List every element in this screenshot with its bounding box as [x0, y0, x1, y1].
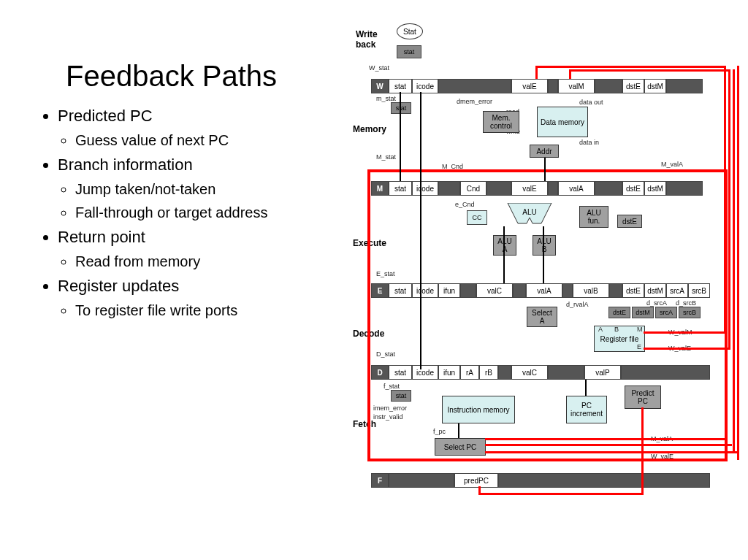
field-rB: rB: [479, 365, 498, 380]
field-spacer: [389, 473, 454, 488]
field-valC: valC: [476, 283, 513, 298]
bullet-subitem: To register file write ports: [75, 299, 332, 321]
svg-text:ALU: ALU: [522, 208, 536, 216]
field-valM: valM: [558, 79, 595, 93]
label-datain: data in: [579, 139, 599, 146]
field-spacer: [548, 181, 558, 196]
box-srca: srcA: [655, 307, 677, 318]
box-alufun: ALU fun.: [579, 206, 608, 228]
bullet-item: Branch informationJump taken/not-takenFa…: [58, 153, 332, 223]
stage-W: W: [371, 79, 389, 93]
field-spacer: [460, 283, 476, 298]
field-dstM: dstM: [644, 79, 666, 93]
box-predpc: Predict PC: [625, 386, 661, 409]
label-wvale: W_valE: [668, 345, 691, 352]
stat-box-m: stat: [391, 102, 411, 114]
label-memory: Memory: [353, 124, 386, 134]
field-spacer: [513, 283, 526, 298]
label-estat: E_stat: [376, 270, 395, 277]
field-dstM: dstM: [644, 181, 666, 196]
field-dstE: dstE: [622, 283, 644, 298]
field-stat: stat: [389, 283, 412, 298]
label-instrvalid: instr_valid: [373, 413, 403, 421]
field-spacer: [621, 365, 710, 380]
label-fstat: f_stat: [383, 383, 400, 390]
field-dstE: dstE: [622, 79, 644, 93]
field-valB: valB: [573, 283, 609, 298]
label-dmem-error: dmem_error: [457, 98, 492, 105]
field-predPC: predPC: [454, 473, 498, 488]
label-ecnd: e_Cnd: [455, 201, 475, 208]
box-dste2: dstE: [608, 307, 630, 318]
label-b: B: [614, 326, 619, 333]
field-srcA: srcA: [666, 283, 688, 298]
field-spacer: [438, 181, 460, 196]
box-addr: Addr: [530, 145, 559, 158]
field-spacer: [595, 181, 622, 196]
field-spacer: [438, 79, 511, 93]
label-wvalm: W_valM: [668, 329, 692, 336]
stage-F: F: [371, 473, 389, 488]
label-dsrcb: d_srcB: [676, 299, 696, 307]
label-wvale2: W_valE: [651, 453, 673, 460]
box-alua: ALU A: [493, 235, 516, 256]
box-instrmem: Instruction memory: [442, 396, 515, 423]
box-datamemory: Data memory: [537, 107, 588, 137]
field-rA: rA: [460, 365, 479, 380]
field-ifun: ifun: [438, 283, 460, 298]
field-valP: valP: [584, 365, 621, 380]
stat-box-f: stat: [391, 390, 411, 402]
field-valE: valE: [511, 79, 548, 93]
bullet-subitem: Read from memory: [75, 250, 332, 272]
field-Cnd: Cnd: [460, 181, 486, 196]
stage-M: M: [371, 181, 389, 196]
bullet-item: Return pointRead from memory: [58, 225, 332, 272]
bullet-item: Predicted PCGuess value of next PC: [58, 104, 332, 151]
bullet-list: Predicted PCGuess value of next PCBranch…: [40, 102, 332, 323]
field-spacer: [498, 473, 710, 488]
field-dstM: dstM: [644, 283, 666, 298]
pipeline-diagram: Write back Stat stat W_stat Wstaticodeva…: [347, 22, 734, 518]
field-valA: valA: [526, 283, 562, 298]
label-mstat: m_stat: [376, 95, 396, 102]
label-writeback: Write back: [356, 29, 378, 50]
box-selectpc: Select PC: [435, 438, 486, 456]
box-alub: ALU B: [533, 235, 556, 256]
label-m: M: [637, 326, 643, 333]
field-valE: valE: [511, 181, 548, 196]
label-drvala: d_rvalA: [566, 301, 589, 308]
field-icode: icode: [412, 365, 438, 380]
field-valC: valC: [511, 365, 548, 380]
stat-oval: Stat: [397, 23, 423, 39]
field-spacer: [548, 365, 584, 380]
field-spacer: [666, 79, 703, 93]
field-spacer: [595, 79, 622, 93]
label-a: A: [598, 326, 603, 333]
field-spacer: [609, 283, 622, 298]
field-spacer: [486, 181, 511, 196]
bullet-subitem: Jump taken/not-taken: [75, 178, 332, 200]
box-pcincr: PC increment: [566, 396, 607, 423]
field-stat: stat: [389, 79, 412, 93]
field-srcB: srcB: [688, 283, 710, 298]
label-execute: Execute: [353, 238, 386, 248]
field-stat: stat: [389, 181, 412, 196]
label-wstat: W_stat: [369, 64, 389, 72]
alu-shape: ALU: [500, 203, 559, 229]
field-icode: icode: [412, 283, 438, 298]
stage-D: D: [371, 365, 389, 380]
box-selecta: Select A: [527, 307, 557, 327]
field-spacer: [666, 181, 703, 196]
label-dstat: D_stat: [376, 350, 395, 358]
field-spacer: [548, 79, 558, 93]
field-valA: valA: [558, 181, 595, 196]
label-dataout: data out: [579, 99, 603, 106]
field-spacer: [562, 283, 573, 298]
field-spacer: [498, 365, 511, 380]
label-e: E: [637, 343, 641, 350]
label-mvala2: M_valA: [651, 435, 673, 442]
label-Mstat: M_stat: [376, 153, 396, 161]
field-icode: icode: [412, 79, 438, 93]
label-dsrca: d_srcA: [646, 299, 667, 307]
box-dstm2: dstM: [632, 307, 654, 318]
